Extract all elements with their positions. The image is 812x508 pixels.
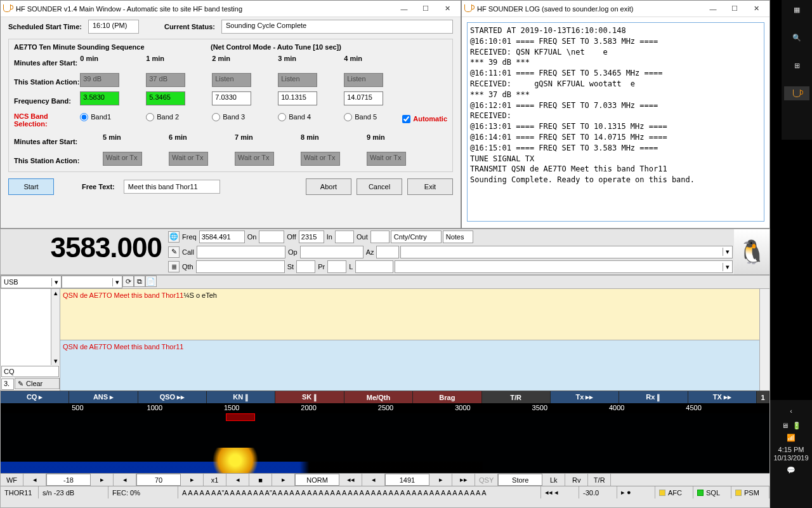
wf-r1[interactable]: ▸ <box>91 474 114 486</box>
macro-kn[interactable]: KN ‖ <box>207 391 275 403</box>
battery-icon[interactable]: 🔋 <box>792 422 801 430</box>
wf-st[interactable]: ■ <box>249 474 272 486</box>
macro-tx[interactable]: TX ▸▸ <box>688 391 757 403</box>
exit-button[interactable]: Exit <box>407 178 453 195</box>
doc-icon[interactable]: 📄 <box>145 276 157 287</box>
log-titlebar[interactable]: HF SOUNDER LOG (saved to sounder.log on … <box>462 1 769 17</box>
waterfall-cursor[interactable] <box>226 413 255 421</box>
on-input[interactable] <box>259 231 284 243</box>
minimize-button[interactable]: — <box>702 2 724 16</box>
wf-store[interactable]: Store <box>498 474 542 486</box>
frequency-display[interactable]: 3583.000 <box>1 229 167 274</box>
refresh-icon[interactable]: ⟳ <box>122 276 134 287</box>
wf-pl[interactable]: ◂ <box>226 474 249 486</box>
freq-cell[interactable]: 10.1315 <box>278 91 317 105</box>
maximize-button[interactable]: ☐ <box>415 2 436 16</box>
band-radio[interactable]: Band 2 <box>146 110 197 124</box>
wf-ff[interactable]: ▸▸ <box>452 474 475 486</box>
window-switcher-icon[interactable]: ▦ <box>784 3 809 17</box>
wf-tr[interactable]: T/R <box>588 474 611 486</box>
titlebar[interactable]: HF SOUNDER v1.4 Main Window - Automatic … <box>1 1 461 17</box>
monitor-icon[interactable]: 🖥 <box>782 422 789 430</box>
macro-t/r[interactable]: T/R <box>482 391 551 403</box>
off-input[interactable] <box>299 231 324 243</box>
wf-rk[interactable]: ▸ <box>429 474 452 486</box>
wf-pr[interactable]: ▸ <box>272 474 295 486</box>
globe-icon[interactable]: 🌐 <box>168 231 180 243</box>
cnty-button[interactable]: Cnty/Cntry <box>391 231 442 243</box>
scroll-down-icon[interactable]: ▾ <box>51 357 60 365</box>
wf-lock[interactable]: Lk <box>542 474 565 486</box>
notifications-icon[interactable]: 💬 <box>787 466 796 474</box>
wf-l2[interactable]: ◂ <box>114 474 136 486</box>
freq-input[interactable] <box>199 231 245 243</box>
status-afc[interactable]: AFC <box>655 486 693 498</box>
wf-v2[interactable]: 70 <box>136 474 181 486</box>
maximize-button[interactable]: ☐ <box>724 2 745 16</box>
notes-button[interactable]: Notes <box>443 231 473 243</box>
scroll-up-icon[interactable]: ▴ <box>51 289 60 297</box>
chevron-left-icon[interactable]: ‹ <box>778 404 804 418</box>
wf-v1[interactable]: -18 <box>46 474 91 486</box>
automatic-checkbox[interactable]: Automatic <box>398 112 447 126</box>
status-sql[interactable]: SQL <box>693 486 731 498</box>
band-radio[interactable]: Band 4 <box>278 110 329 124</box>
log-textarea[interactable]: STARTED AT 2019-10-13T16:10:00.148 @16:1… <box>467 22 764 222</box>
in-input[interactable] <box>335 231 354 243</box>
call-input[interactable] <box>197 246 285 258</box>
az-input[interactable] <box>376 246 399 258</box>
close-button[interactable]: ✕ <box>436 2 458 16</box>
wf-cur[interactable]: 1491 <box>385 474 429 486</box>
cancel-button[interactable]: Cancel <box>357 178 402 195</box>
receive-pane[interactable]: QSN de AE7TO Meet this band Thor11¼S o e… <box>60 289 759 340</box>
band-radio[interactable]: Band 3 <box>212 110 263 124</box>
macro-brag[interactable]: Brag <box>413 391 481 403</box>
band-radio[interactable]: Band 5 <box>344 110 395 124</box>
macro-page[interactable]: 1 <box>757 391 769 403</box>
abort-button[interactable]: Abort <box>306 178 351 195</box>
cq-input[interactable] <box>1 366 59 377</box>
combo-2[interactable]: ▾ <box>395 260 733 273</box>
op-input[interactable] <box>300 246 363 258</box>
l-input[interactable] <box>355 260 393 273</box>
copy-icon[interactable]: ⧉ <box>134 276 145 287</box>
wf-l1[interactable]: ◂ <box>23 474 46 486</box>
waterfall[interactable] <box>1 413 769 473</box>
freq-cell[interactable]: 14.0715 <box>344 91 383 105</box>
macro-me/qth[interactable]: Me/Qth <box>344 391 413 403</box>
pr-input[interactable] <box>327 260 346 273</box>
scrollbar[interactable]: ▴ ▾ <box>51 289 60 365</box>
java-app-icon[interactable] <box>784 86 809 100</box>
wf-norm[interactable]: NORM <box>295 474 339 486</box>
wf-rw[interactable]: ◂◂ <box>339 474 362 486</box>
task-view-icon[interactable]: ⊞ <box>784 58 809 72</box>
status-play-icon[interactable]: ◂◂ ◂ <box>541 486 579 498</box>
mode-select[interactable]: USB▾ <box>1 276 62 288</box>
st-input[interactable] <box>296 260 315 273</box>
transmit-pane[interactable]: QSN de AE7TO Meet this band Thor11 <box>60 340 759 391</box>
wf-wf[interactable]: WF <box>1 474 23 486</box>
out-input[interactable] <box>370 231 390 243</box>
search-icon[interactable]: 🔍 <box>784 30 809 44</box>
freq-cell[interactable]: 5.3465 <box>146 91 185 105</box>
freetext-input[interactable] <box>124 180 220 194</box>
list-icon[interactable]: ≣ <box>168 261 180 272</box>
freq-cell[interactable]: 7.0330 <box>212 91 251 105</box>
status-next-icon[interactable]: ▸ ● <box>617 486 655 498</box>
band-radio[interactable]: Band1 <box>80 110 131 124</box>
qth-input[interactable] <box>196 260 285 273</box>
wf-lk[interactable]: ◂ <box>362 474 385 486</box>
minimize-button[interactable]: — <box>393 2 415 16</box>
clock[interactable]: 4:15 PM10/13/2019 <box>773 446 808 462</box>
macro-cq[interactable]: CQ ▸ <box>1 391 69 403</box>
mode-select-2[interactable]: ▾ <box>62 276 122 288</box>
wf-x[interactable]: x1 <box>204 474 226 486</box>
macro-sk[interactable]: SK ‖ <box>275 391 344 403</box>
scrollbar[interactable] <box>759 289 769 391</box>
macro-qso[interactable]: QSO ▸▸ <box>138 391 207 403</box>
status-psm[interactable]: PSM <box>731 486 769 498</box>
freq-cell[interactable]: 3.5830 <box>80 91 119 105</box>
wf-qsy[interactable]: QSY <box>475 474 498 486</box>
wifi-icon[interactable]: 📶 <box>787 434 796 442</box>
combo-1[interactable]: ▾ <box>400 246 733 258</box>
